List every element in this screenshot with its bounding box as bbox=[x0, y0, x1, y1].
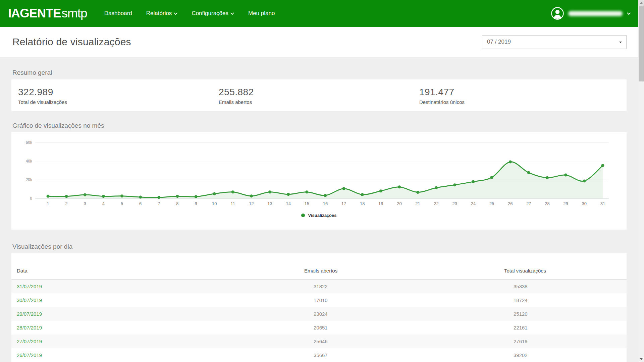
data-point[interactable] bbox=[102, 195, 105, 198]
table-row: 29/07/20192302425120 bbox=[11, 307, 627, 321]
data-point[interactable] bbox=[231, 190, 234, 193]
data-point[interactable] bbox=[472, 180, 475, 183]
select-caret-icon bbox=[619, 42, 622, 43]
data-point[interactable] bbox=[435, 186, 438, 189]
vertical-scrollbar[interactable] bbox=[638, 0, 644, 362]
date-link[interactable]: 29/07/2019 bbox=[17, 311, 42, 317]
data-point[interactable] bbox=[176, 195, 179, 198]
page-content: Resumo geral 322.989Total de visualizaçõ… bbox=[0, 69, 644, 362]
data-point[interactable] bbox=[268, 190, 271, 193]
data-point[interactable] bbox=[527, 171, 530, 174]
data-point[interactable] bbox=[195, 195, 198, 198]
date-link[interactable]: 26/07/2019 bbox=[17, 352, 42, 358]
data-point[interactable] bbox=[250, 194, 253, 197]
emails-abertos-value: 25646 bbox=[304, 335, 504, 348]
stat-block: 255.882Emails abertos bbox=[219, 87, 419, 104]
data-point[interactable] bbox=[342, 187, 345, 190]
x-tick-label: 18 bbox=[360, 201, 365, 206]
nav-item-relatórios[interactable]: Relatórios bbox=[139, 0, 185, 27]
x-tick-label: 19 bbox=[378, 201, 383, 206]
data-point[interactable] bbox=[453, 183, 456, 186]
page-header: Relatório de visualizações 07 / 2019 bbox=[0, 27, 644, 57]
scrollbar-thumb[interactable] bbox=[639, 6, 644, 81]
emails-abertos-value: 23024 bbox=[304, 307, 504, 321]
brand-logo[interactable]: IAGENTEsmtp bbox=[8, 6, 87, 20]
data-point[interactable] bbox=[601, 164, 604, 167]
views-by-day-table: Data Emails abertos Total visualizações … bbox=[11, 253, 627, 362]
stat-value: 255.882 bbox=[219, 87, 419, 98]
emails-abertos-value: 17010 bbox=[304, 293, 504, 307]
legend-label: Visualizações bbox=[308, 213, 336, 218]
data-point[interactable] bbox=[305, 190, 308, 193]
x-tick-label: 14 bbox=[286, 201, 290, 206]
x-tick-label: 5 bbox=[121, 201, 123, 206]
user-icon bbox=[551, 7, 564, 20]
nav-item-label: Relatórios bbox=[146, 10, 172, 17]
y-tick-label: 0 bbox=[30, 196, 32, 201]
x-tick-label: 3 bbox=[84, 201, 86, 206]
brand-logo-bold: IAGENTE bbox=[8, 6, 61, 20]
data-point[interactable] bbox=[546, 176, 549, 179]
data-point[interactable] bbox=[324, 194, 327, 197]
stat-value: 322.989 bbox=[18, 87, 219, 98]
data-point[interactable] bbox=[490, 176, 493, 179]
nav-item-label: Dashboard bbox=[104, 10, 132, 17]
stat-label: Total de visualizações bbox=[18, 99, 219, 105]
page-title: Relatório de visualizações bbox=[12, 36, 131, 48]
data-point[interactable] bbox=[509, 160, 512, 163]
table-header-row: Data Emails abertos Total visualizações bbox=[11, 253, 627, 280]
x-tick-label: 24 bbox=[471, 201, 476, 206]
x-tick-label: 20 bbox=[397, 201, 401, 206]
data-point[interactable] bbox=[213, 192, 216, 195]
x-tick-label: 9 bbox=[195, 201, 197, 206]
x-tick-label: 1 bbox=[47, 201, 49, 206]
data-point[interactable] bbox=[398, 185, 401, 188]
data-point[interactable] bbox=[379, 189, 382, 192]
data-point[interactable] bbox=[361, 193, 364, 196]
data-point[interactable] bbox=[139, 196, 142, 199]
data-point[interactable] bbox=[84, 193, 87, 196]
chevron-down-icon bbox=[627, 11, 631, 15]
data-point[interactable] bbox=[416, 191, 419, 194]
x-tick-label: 4 bbox=[102, 201, 105, 206]
x-tick-label: 26 bbox=[508, 201, 513, 206]
data-point[interactable] bbox=[65, 195, 68, 198]
date-link[interactable]: 31/07/2019 bbox=[17, 284, 42, 289]
x-tick-label: 15 bbox=[305, 201, 309, 206]
scroll-up-button[interactable] bbox=[638, 0, 644, 6]
stat-block: 322.989Total de visualizações bbox=[18, 87, 219, 104]
stat-label: Destinatários únicos bbox=[419, 99, 620, 105]
data-point[interactable] bbox=[47, 195, 50, 198]
x-tick-label: 2 bbox=[65, 201, 68, 206]
x-tick-label: 6 bbox=[139, 201, 142, 206]
x-tick-label: 22 bbox=[434, 201, 438, 206]
table-row: 28/07/20192065122161 bbox=[11, 321, 627, 335]
table-row: 27/07/20192564627619 bbox=[11, 335, 627, 348]
date-link[interactable]: 28/07/2019 bbox=[17, 325, 42, 330]
user-menu[interactable] bbox=[551, 7, 631, 20]
month-select[interactable]: 07 / 2019 bbox=[482, 35, 627, 49]
top-navbar: IAGENTEsmtp DashboardRelatóriosConfigura… bbox=[0, 0, 644, 27]
stat-block: 191.477Destinatários únicos bbox=[419, 87, 620, 104]
total-visualizacoes-value: 39202 bbox=[504, 348, 627, 362]
data-point[interactable] bbox=[157, 196, 160, 199]
data-point[interactable] bbox=[564, 174, 567, 177]
scroll-down-button[interactable] bbox=[638, 356, 644, 362]
data-point[interactable] bbox=[287, 193, 290, 196]
x-tick-label: 12 bbox=[249, 201, 254, 206]
data-point[interactable] bbox=[583, 179, 586, 182]
x-tick-label: 23 bbox=[452, 201, 457, 206]
nav-item-dashboard[interactable]: Dashboard bbox=[97, 0, 139, 27]
data-point[interactable] bbox=[120, 194, 123, 197]
total-visualizacoes-value: 27619 bbox=[504, 335, 627, 348]
chart-heading: Gráfico de visualizações no mês bbox=[12, 122, 626, 129]
stat-label: Emails abertos bbox=[219, 99, 419, 105]
date-link[interactable]: 27/07/2019 bbox=[17, 339, 42, 344]
nav-item-configurações[interactable]: Configurações bbox=[184, 0, 241, 27]
date-link[interactable]: 30/07/2019 bbox=[17, 297, 42, 303]
col-header-emails-abertos: Emails abertos bbox=[304, 253, 504, 280]
summary-card: 322.989Total de visualizações255.882Emai… bbox=[11, 79, 627, 111]
chevron-down-icon bbox=[230, 11, 234, 15]
x-tick-label: 31 bbox=[600, 201, 605, 206]
nav-item-meu-plano[interactable]: Meu plano bbox=[241, 0, 282, 27]
